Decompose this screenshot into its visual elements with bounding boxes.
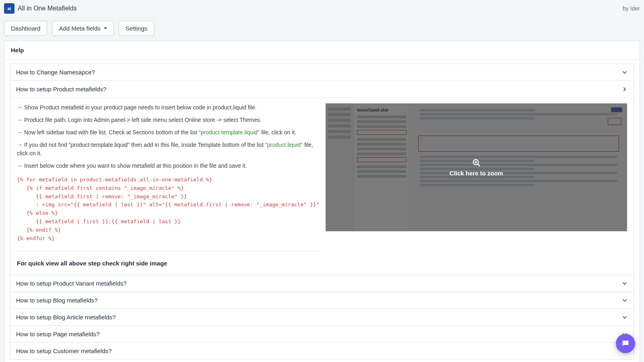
accordion-customer: How to setup Customer metafields? xyxy=(10,342,634,360)
accordion-article: How to setup Blog Article metafields? xyxy=(10,309,634,326)
help-panel: Help How to Change Namesapce? How to set… xyxy=(4,41,640,362)
add-meta-label: Add Meta fields xyxy=(59,25,100,32)
accordion-blog: How to setup Blog metafields? xyxy=(10,292,634,309)
chevron-right-icon xyxy=(621,86,628,93)
accordion-namespace: How to Change Namesapce? xyxy=(10,64,634,81)
chevron-down-icon xyxy=(621,280,628,287)
accordion-page: How to setup Page metafields? xyxy=(10,325,634,343)
accordion-header-namespace[interactable]: How to Change Namesapce? xyxy=(10,64,634,80)
dashboard-label: Dashboard xyxy=(11,25,40,32)
help-step: →Insert below code where you want to sho… xyxy=(17,162,318,170)
help-step: →Product file path: Login into Admin pan… xyxy=(17,116,318,124)
chevron-down-icon xyxy=(621,69,628,76)
chevron-down-icon xyxy=(621,314,628,321)
accordion-body-product: →Show Product metafield in your product … xyxy=(10,97,634,275)
settings-button[interactable]: Settings xyxy=(119,21,154,36)
accordion-header-article[interactable]: How to setup Blog Article metafields? xyxy=(10,309,634,325)
navbar: Dashboard Add Meta fields Settings xyxy=(0,17,644,41)
accordion-product: How to setup Product metafields? →Show P… xyxy=(10,80,634,275)
chevron-down-icon xyxy=(621,297,628,304)
accordion-title: How to setup Blog metafields? xyxy=(16,297,98,304)
dashboard-button[interactable]: Dashboard xyxy=(4,21,47,36)
quick-view-note: For quick view all above step check righ… xyxy=(17,260,318,267)
accordion-title: How to setup Product metafields? xyxy=(16,86,106,93)
zoom-text: Click here to zoom xyxy=(450,170,503,177)
topbar: ai All in One Metafields by Ider xyxy=(0,0,644,17)
divider xyxy=(17,251,318,252)
app-icon: ai xyxy=(4,3,14,14)
byline: by Ider xyxy=(623,5,640,12)
accordion-header-customer[interactable]: How to setup Customer metafields? xyxy=(10,343,634,359)
accordion-header-blog[interactable]: How to setup Blog metafields? xyxy=(10,292,634,309)
chat-widget-button[interactable] xyxy=(616,334,635,353)
caret-down-icon xyxy=(104,27,107,29)
zoom-in-icon xyxy=(472,158,481,167)
help-step: →Show Product metafield in your product … xyxy=(17,103,318,112)
accordion-title: How to setup Customer metafields? xyxy=(16,348,112,354)
accordion-title: How to setup Page metafields? xyxy=(16,331,100,337)
accordion-title: How to setup Blog Article metafields? xyxy=(16,314,116,321)
link-product-template[interactable]: "product-template.liquid" xyxy=(198,129,260,136)
accordion-variant: How to setup Product Variant metafields? xyxy=(10,275,634,292)
accordion-title: How to setup Product Variant metafields? xyxy=(16,280,127,287)
svg-line-1 xyxy=(477,164,480,166)
help-screenshot[interactable]: launchpad-star xyxy=(326,103,627,231)
zoom-overlay: Click here to zoom xyxy=(326,103,627,231)
accordion-header-product[interactable]: How to setup Product metafields? xyxy=(10,81,634,97)
accordion-header-page[interactable]: How to setup Page metafields? xyxy=(10,326,634,342)
code-block: {% for metafield in product.metafields.a… xyxy=(17,174,318,247)
panel-title: Help xyxy=(4,41,640,60)
add-meta-fields-button[interactable]: Add Meta fields xyxy=(52,21,114,36)
accordion-header-variant[interactable]: How to setup Product Variant metafields? xyxy=(10,275,634,292)
accordion-title: How to Change Namesapce? xyxy=(16,69,95,76)
help-step: →Now left sidebar load with file list. C… xyxy=(17,128,318,137)
settings-label: Settings xyxy=(126,25,147,32)
app-title: All in One Metafields xyxy=(18,5,77,12)
help-step: →If you did not find "product-template.l… xyxy=(17,141,318,158)
link-product-liquid[interactable]: "product.liquid" xyxy=(265,142,303,148)
